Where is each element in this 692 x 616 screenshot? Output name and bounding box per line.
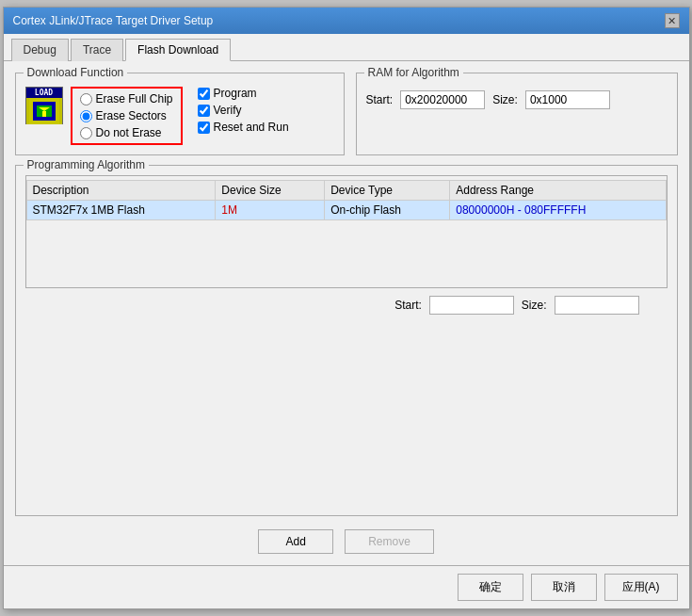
check-options: Program Verify Reset and Run [198, 87, 289, 134]
erase-full-chip-radio[interactable] [80, 93, 92, 105]
programming-algorithm-group: Programming Algorithm Description Device… [15, 165, 678, 516]
ram-size-label: Size: [492, 93, 518, 106]
window-title: Cortex JLink/JTrace Target Driver Setup [13, 14, 214, 27]
algo-start-input[interactable] [429, 296, 514, 315]
load-art-icon [29, 98, 59, 124]
program-label: Program [214, 87, 257, 100]
ram-size-input[interactable] [525, 90, 610, 109]
do-not-erase-label: Do not Erase [96, 126, 162, 139]
remove-button[interactable]: Remove [345, 529, 434, 554]
svg-rect-4 [42, 111, 46, 117]
verify-option[interactable]: Verify [198, 104, 289, 117]
table-header-row: Description Device Size Device Type Addr… [26, 181, 666, 201]
close-button[interactable]: ✕ [665, 13, 680, 28]
algo-size-label: Size: [522, 299, 547, 312]
tab-flash-download[interactable]: Flash Download [125, 39, 231, 61]
add-button[interactable]: Add [258, 529, 333, 554]
apply-button[interactable]: 应用(A) [604, 574, 678, 601]
table-row[interactable]: STM32F7x 1MB Flash 1M On-chip Flash 0800… [26, 201, 666, 220]
programming-algorithm-title: Programming Algorithm [24, 158, 149, 171]
ram-start-input[interactable] [400, 90, 485, 109]
col-address-range: Address Range [450, 181, 666, 201]
cell-description: STM32F7x 1MB Flash [26, 201, 216, 220]
program-option[interactable]: Program [198, 87, 289, 100]
erase-sectors-radio[interactable] [80, 110, 92, 122]
reset-run-option[interactable]: Reset and Run [198, 121, 289, 134]
do-not-erase-radio[interactable] [80, 127, 92, 139]
tab-trace[interactable]: Trace [71, 39, 123, 61]
tab-debug[interactable]: Debug [11, 39, 69, 61]
top-row: Download Function LOAD [15, 73, 678, 155]
cell-device-size: 1M [216, 201, 325, 220]
erase-sectors-label: Erase Sectors [96, 109, 167, 122]
load-body [26, 98, 62, 124]
cell-address-range: 08000000H - 080FFFFFH [450, 201, 666, 220]
algo-start-size-row: Start: Size: [25, 296, 668, 315]
download-function-title: Download Function [24, 66, 128, 79]
erase-full-chip-label: Erase Full Chip [96, 92, 173, 105]
algo-size-input[interactable] [555, 296, 639, 315]
load-icon: LOAD [25, 87, 63, 124]
algorithm-table: Description Device Size Device Type Addr… [26, 180, 667, 220]
tab-bar: Debug Trace Flash Download [4, 34, 689, 61]
col-description: Description [26, 181, 216, 201]
main-window: Cortex JLink/JTrace Target Driver Setup … [3, 7, 690, 609]
erase-full-chip-option[interactable]: Erase Full Chip [80, 92, 173, 105]
ram-algorithm-group: RAM for Algorithm Start: Size: [356, 73, 678, 155]
erase-sectors-option[interactable]: Erase Sectors [80, 109, 173, 122]
reset-run-label: Reset and Run [214, 121, 289, 134]
title-bar: Cortex JLink/JTrace Target Driver Setup … [4, 8, 689, 34]
col-device-type: Device Type [325, 181, 450, 201]
load-text: LOAD [26, 88, 62, 98]
col-device-size: Device Size [216, 181, 325, 201]
add-remove-row: Add Remove [15, 529, 678, 554]
cell-device-type: On-chip Flash [325, 201, 450, 220]
reset-run-checkbox[interactable] [198, 122, 210, 134]
erase-options-box: Erase Full Chip Erase Sectors Do not Era… [71, 87, 183, 145]
ram-start-label: Start: [366, 93, 394, 106]
ok-button[interactable]: 确定 [458, 574, 523, 601]
verify-label: Verify [214, 104, 242, 117]
download-function-inner: LOAD [25, 87, 334, 145]
do-not-erase-option[interactable]: Do not Erase [80, 126, 173, 139]
cancel-button[interactable]: 取消 [531, 574, 597, 601]
ram-row: Start: Size: [366, 90, 668, 109]
ram-algorithm-title: RAM for Algorithm [364, 66, 463, 79]
bottom-bar: 确定 取消 应用(A) [4, 565, 689, 608]
algorithm-table-wrapper: Description Device Size Device Type Addr… [25, 175, 668, 288]
program-checkbox[interactable] [198, 88, 210, 100]
verify-checkbox[interactable] [198, 105, 210, 117]
algo-start-label: Start: [394, 299, 422, 312]
download-function-group: Download Function LOAD [15, 73, 345, 155]
content-area: Download Function LOAD [4, 61, 689, 565]
